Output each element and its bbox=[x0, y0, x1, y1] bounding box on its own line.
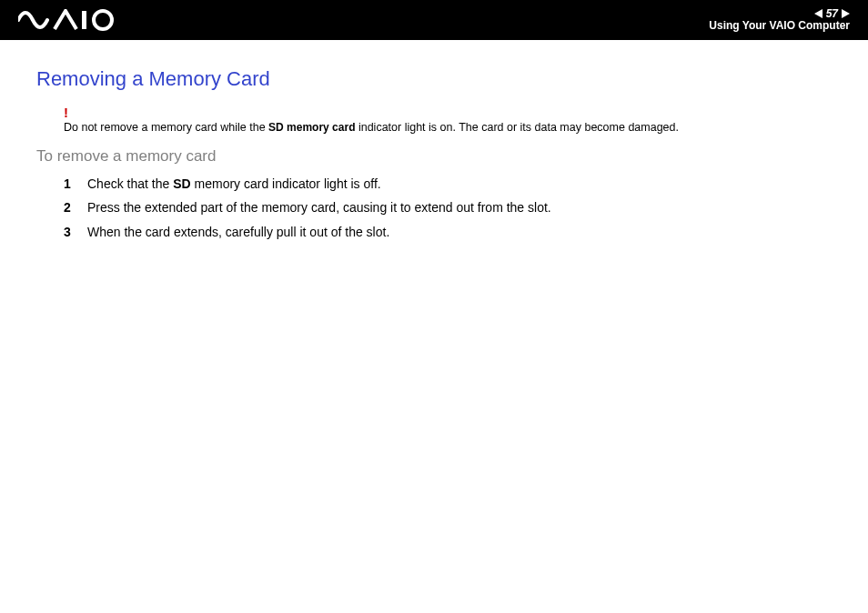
step-pre: When the card extends, carefully pull it… bbox=[87, 225, 389, 239]
steps-list: 1 Check that the SD memory card indicato… bbox=[64, 175, 832, 241]
step-bold: SD bbox=[173, 176, 190, 191]
step-number: 3 bbox=[64, 223, 87, 241]
warning-bold: SD bbox=[268, 121, 284, 134]
sub-heading: To remove a memory card bbox=[36, 147, 832, 166]
section-name: Using Your VAIO Computer bbox=[709, 20, 850, 32]
step-pre: Press the extended part of the memory ca… bbox=[87, 200, 551, 215]
step-number: 1 bbox=[64, 175, 87, 193]
warning-text: Do not remove a memory card while the SD… bbox=[64, 121, 679, 134]
step-text: Check that the SD memory card indicator … bbox=[87, 175, 381, 193]
vaio-logo bbox=[18, 9, 118, 31]
warning-icon: ! bbox=[64, 104, 832, 122]
warning-block: ! Do not remove a memory card while the … bbox=[64, 104, 832, 135]
svg-rect-0 bbox=[82, 11, 86, 29]
step-number: 2 bbox=[64, 198, 87, 216]
prev-page-icon[interactable] bbox=[814, 9, 823, 18]
step-item: 2 Press the extended part of the memory … bbox=[64, 198, 832, 216]
step-pre: Check that the bbox=[87, 176, 173, 191]
step-post: memory card indicator light is off. bbox=[191, 176, 381, 191]
page-content: Removing a Memory Card ! Do not remove a… bbox=[0, 40, 868, 241]
step-item: 1 Check that the SD memory card indicato… bbox=[64, 175, 832, 193]
step-text: Press the extended part of the memory ca… bbox=[87, 198, 551, 216]
header-bar: 57 Using Your VAIO Computer bbox=[0, 0, 868, 40]
warning-post: indicator light is on. The card or its d… bbox=[355, 121, 679, 134]
svg-point-1 bbox=[94, 11, 112, 29]
warning-pre: Do not remove a memory card while the bbox=[64, 121, 268, 134]
vaio-logo-svg bbox=[18, 9, 118, 31]
header-right: 57 Using Your VAIO Computer bbox=[709, 8, 850, 32]
step-text: When the card extends, carefully pull it… bbox=[87, 223, 389, 241]
next-page-icon[interactable] bbox=[842, 9, 850, 18]
page-title: Removing a Memory Card bbox=[36, 67, 832, 91]
warning-mid: memory card bbox=[284, 121, 356, 134]
step-item: 3 When the card extends, carefully pull … bbox=[64, 223, 832, 241]
